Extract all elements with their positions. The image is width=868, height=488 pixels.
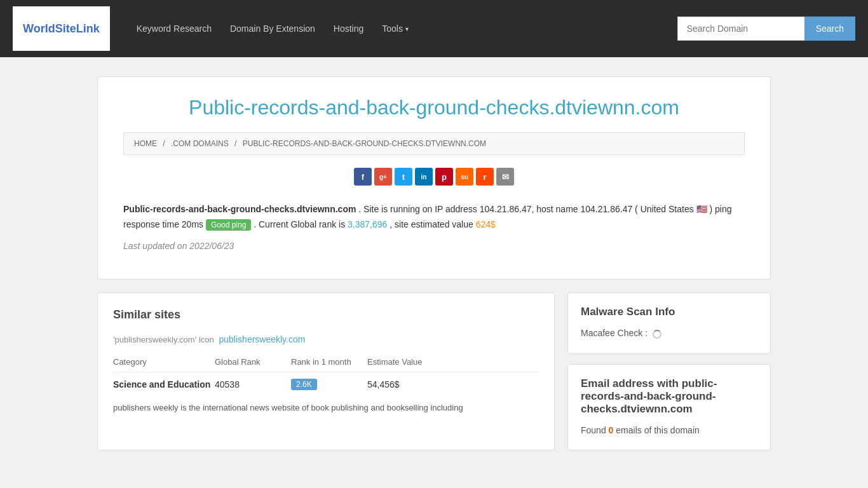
search-button[interactable]: Search bbox=[804, 17, 855, 41]
facebook-share-icon[interactable]: f bbox=[354, 168, 372, 186]
brand-logo[interactable]: WorldSiteLink bbox=[13, 6, 110, 51]
stumbleupon-share-icon[interactable]: su bbox=[456, 168, 473, 186]
similar-sites-panel: Similar sites 'publishersweekly.com' ico… bbox=[97, 292, 555, 451]
email-card-content: Found 0 emails of this domain bbox=[581, 423, 757, 437]
ping-badge: Good ping bbox=[206, 219, 251, 231]
macafee-label: Macafee Check : bbox=[581, 328, 648, 338]
breadcrumb: HOME / .COM DOMAINS / PUBLIC-RECORDS-AND… bbox=[123, 132, 745, 155]
similar-sites-title: Similar sites bbox=[113, 308, 539, 322]
nav-keyword-research[interactable]: Keyword Research bbox=[129, 18, 219, 39]
found-suffix: emails of this domain bbox=[616, 425, 700, 435]
site-description: publishers weekly is the international n… bbox=[113, 402, 539, 414]
table-row: Science and Education 40538 2.6K 54,456$ bbox=[113, 372, 539, 396]
nav-hosting[interactable]: Hosting bbox=[326, 18, 371, 39]
site-global-rank: 40538 bbox=[215, 379, 291, 390]
site-rank-1month: 2.6K bbox=[291, 379, 367, 390]
email-card-title: Email address with public-records-and-ba… bbox=[581, 377, 757, 416]
twitter-share-icon[interactable]: t bbox=[395, 168, 412, 186]
site-info-text5: , site estimated value bbox=[390, 219, 473, 229]
social-icons-row: f g+ t in p su r ✉ bbox=[123, 168, 745, 186]
malware-card: Malware Scan Info Macafee Check : bbox=[567, 292, 771, 353]
global-rank-link[interactable]: 3,387,696 bbox=[348, 219, 387, 229]
breadcrumb-com-domains[interactable]: .COM DOMAINS bbox=[171, 139, 229, 148]
pinterest-share-icon[interactable]: p bbox=[435, 168, 453, 186]
rank-1month-badge: 2.6K bbox=[291, 379, 317, 390]
nav-domain-by-extension[interactable]: Domain By Extension bbox=[222, 18, 323, 39]
breadcrumb-current[interactable]: PUBLIC-RECORDS-AND-BACK-GROUND-CHECKS.DT… bbox=[243, 139, 486, 148]
site-category: Science and Education bbox=[113, 379, 215, 390]
found-count: 0 bbox=[609, 425, 614, 435]
last-updated: Last updated on 2022/06/23 bbox=[123, 239, 745, 254]
email-share-icon[interactable]: ✉ bbox=[496, 168, 514, 186]
similar-site-link[interactable]: publishersweekly.com bbox=[219, 334, 306, 344]
main-container: Public-records-and-back-ground-checks.dt… bbox=[85, 76, 783, 451]
site-icon: 'publishersweekly.com' icon bbox=[113, 335, 214, 344]
nav-links: Keyword Research Domain By Extension Hos… bbox=[129, 17, 855, 41]
search-input[interactable] bbox=[677, 17, 804, 41]
googleplus-share-icon[interactable]: g+ bbox=[374, 168, 392, 186]
right-column: Malware Scan Info Macafee Check : Email … bbox=[567, 292, 771, 451]
reddit-share-icon[interactable]: r bbox=[476, 168, 494, 186]
navbar: WorldSiteLink Keyword Research Domain By… bbox=[0, 0, 868, 57]
two-col-layout: Similar sites 'publishersweekly.com' ico… bbox=[97, 292, 771, 451]
site-info-text2: . Site is running on IP address 104.21.8… bbox=[358, 204, 693, 214]
email-title-prefix: Email address with bbox=[581, 377, 679, 390]
table-header-row: Category Global Rank Rank in 1 month Est… bbox=[113, 352, 539, 372]
site-info: Public-records-and-back-ground-checks.dt… bbox=[123, 196, 745, 260]
loading-spinner bbox=[653, 330, 661, 339]
domain-title: Public-records-and-back-ground-checks.dt… bbox=[123, 96, 745, 119]
flag-icon: 🇺🇸 bbox=[696, 204, 707, 214]
estimated-value: 624$ bbox=[476, 219, 496, 229]
email-card: Email address with public-records-and-ba… bbox=[567, 364, 771, 451]
col-header-rank-1month: Rank in 1 month bbox=[291, 357, 367, 367]
linkedin-share-icon[interactable]: in bbox=[415, 168, 433, 186]
breadcrumb-home[interactable]: HOME bbox=[134, 139, 157, 148]
malware-card-content: Macafee Check : bbox=[581, 326, 757, 340]
site-estimate-value: 54,456$ bbox=[367, 379, 456, 390]
malware-card-title: Malware Scan Info bbox=[581, 306, 757, 318]
found-prefix: Found bbox=[581, 425, 606, 435]
search-form: Search bbox=[677, 17, 855, 41]
col-header-estimate-value: Estimate Value bbox=[367, 357, 456, 367]
site-info-text4: . Current Global rank is bbox=[254, 219, 345, 229]
col-header-global-rank: Global Rank bbox=[215, 357, 291, 367]
col-header-category: Category bbox=[113, 357, 215, 367]
nav-tools-dropdown[interactable]: Tools bbox=[374, 18, 416, 39]
domain-card: Public-records-and-back-ground-checks.dt… bbox=[97, 76, 771, 280]
domain-name-bold: Public-records-and-back-ground-checks.dt… bbox=[123, 204, 356, 214]
list-item: 'publishersweekly.com' icon publisherswe… bbox=[113, 334, 539, 414]
